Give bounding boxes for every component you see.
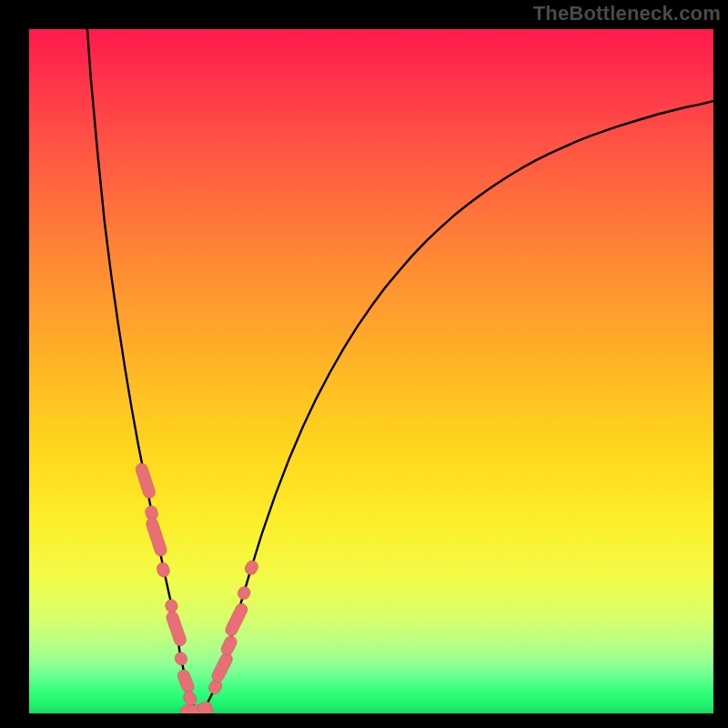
data-marker: [236, 584, 252, 601]
bottleneck-curve: [87, 29, 713, 712]
data-marker: [176, 668, 195, 694]
data-marker: [173, 651, 188, 667]
chart-frame: TheBottleneck.com: [0, 0, 728, 728]
plot-area: [29, 29, 713, 713]
data-marker: [219, 634, 238, 658]
data-marker: [210, 652, 235, 684]
data-marker: [165, 610, 187, 648]
data-marker: [135, 462, 157, 500]
chart-svg: [29, 29, 713, 713]
data-marker: [181, 689, 198, 707]
data-marker: [145, 516, 168, 557]
data-markers: [135, 462, 260, 713]
data-marker: [243, 559, 260, 577]
watermark-text: TheBottleneck.com: [533, 2, 721, 25]
data-marker: [224, 602, 249, 638]
data-marker: [156, 561, 171, 579]
